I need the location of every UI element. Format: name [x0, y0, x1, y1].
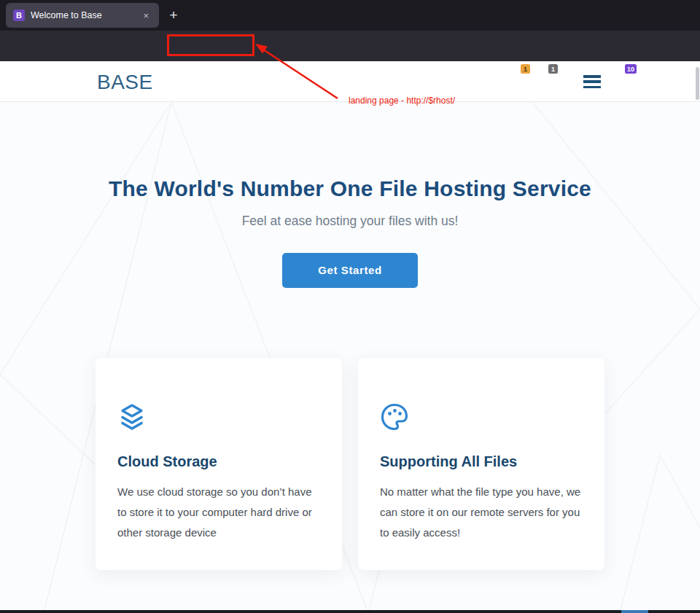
feature-title: Supporting All Files [380, 453, 583, 470]
layers-icon [117, 402, 147, 432]
close-tab-icon[interactable]: × [140, 9, 152, 23]
new-tab-button[interactable]: + [165, 7, 182, 24]
feature-title: Cloud Storage [117, 453, 320, 470]
site-menu-icon[interactable] [583, 75, 602, 91]
tab-title: Welcome to Base [31, 10, 134, 20]
scrollbar-thumb[interactable] [696, 67, 699, 100]
footer-accent [621, 610, 648, 613]
feature-card-supporting-all-files: Supporting All Files No matter what the … [358, 358, 604, 570]
get-started-button[interactable]: Get Started [282, 253, 418, 288]
feature-body: We use cloud storage so you don’t have t… [117, 482, 320, 543]
foxyproxy-badge: 1 [521, 64, 530, 74]
hero-title: The World's Number One File Hosting Serv… [0, 176, 700, 201]
browser-tab[interactable]: B Welcome to Base × [6, 3, 159, 28]
hero-subtitle: Feel at ease hosting your files with us! [0, 214, 700, 229]
site-favicon-icon: B [13, 9, 25, 21]
browser-toolbar: 10.129.95.184 S [0, 31, 700, 61]
hero-section: The World's Number One File Hosting Serv… [0, 176, 700, 288]
site-logo[interactable]: BASE [97, 71, 153, 94]
palette-icon [380, 402, 409, 432]
page-viewport: BASE The World's Number One File Hosting… [0, 61, 700, 613]
browser-tab-bar: B Welcome to Base × + [0, 0, 700, 31]
feature-card-cloud-storage: Cloud Storage We use cloud storage so yo… [96, 358, 342, 570]
ublock-badge: 1 [548, 64, 558, 74]
feature-body: No matter what the file type you have, w… [380, 482, 583, 543]
layers-badge: 10 [625, 64, 637, 74]
footer-bar [0, 610, 700, 613]
annotation-label: landing page - http://$rhost/ [349, 95, 455, 106]
